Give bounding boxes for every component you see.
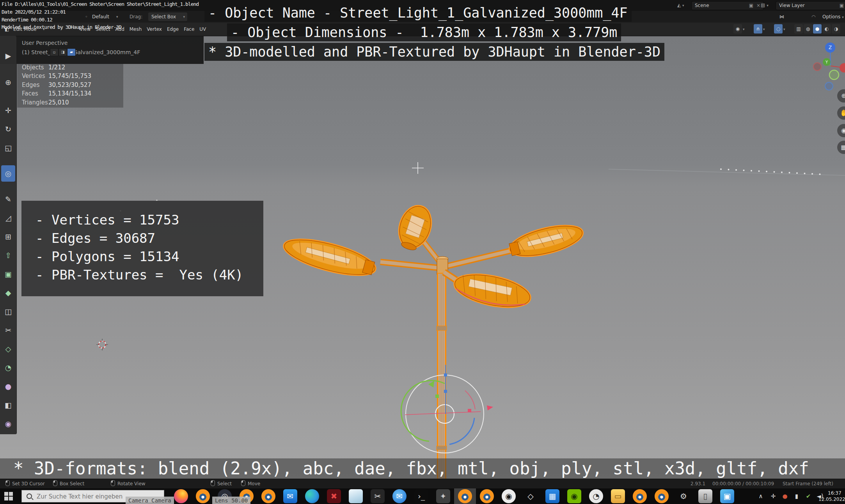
scene-type-icon[interactable]: ◭ ▾ (677, 1, 684, 10)
snipping-tool-app[interactable]: ✂ (367, 488, 389, 504)
crosshair-cursor (412, 162, 424, 174)
mail-app-icon: ✉ (283, 489, 297, 503)
bevel-tool[interactable]: ◆ (1, 285, 15, 301)
axis-neg-z[interactable] (825, 82, 833, 90)
stat-row: Faces15,134/15,134 (22, 89, 91, 98)
falloff-icon[interactable]: ◠ (811, 10, 815, 23)
blender-app[interactable] (257, 488, 279, 504)
mouse-icon (211, 480, 215, 486)
blender-app[interactable] (629, 488, 651, 504)
printer-3d-app[interactable]: ▯ (694, 488, 716, 504)
taskbar-clock[interactable]: 16:37 12.05.2022 (818, 490, 845, 502)
material-shading-button[interactable]: ◐ (822, 24, 831, 34)
inset-faces-tool[interactable]: ▣ (1, 266, 15, 282)
drag-mode-dropdown[interactable]: Select Box▾ (148, 12, 187, 21)
options-dropdown[interactable]: Options ▾ (822, 10, 844, 24)
knife-tool[interactable]: ✂ (1, 322, 15, 338)
axis-neg-y[interactable] (829, 70, 839, 80)
menu-uv[interactable]: UV (199, 27, 206, 32)
settings-gear-app-icon: ⚙ (676, 489, 691, 503)
shrink-fatten-tool[interactable]: ◉ (1, 416, 15, 432)
view-layer-icon[interactable]: ▤ ▾ (761, 1, 769, 10)
menu-face[interactable]: Face (184, 27, 194, 32)
add-cube-tool[interactable]: ⊞ (1, 228, 15, 245)
face-select-mode[interactable]: ▰ (67, 48, 76, 56)
view-layer-selector[interactable]: View Layer ▣ (776, 1, 845, 10)
stat-row: Objects1/212 (22, 63, 91, 72)
spin-tool[interactable]: ◔ (1, 359, 15, 376)
rotate-gizmo[interactable] (401, 365, 493, 453)
edge-slide-tool[interactable]: ◧ (1, 397, 15, 413)
blender-app[interactable] (192, 488, 214, 504)
start-button[interactable] (4, 492, 15, 502)
snap-toggle[interactable]: ∩ (754, 24, 762, 34)
visibility-dropdown[interactable]: ◉ (733, 24, 742, 34)
viewer-3d-app[interactable]: ◇ (520, 488, 541, 504)
measure-tool[interactable]: ◿ (1, 210, 15, 226)
clock-time: 16:37 (818, 490, 845, 496)
settings-gear-app[interactable]: ⚙ (673, 488, 694, 504)
file-explorer-app[interactable]: ▭ (607, 488, 629, 504)
poly-build-tool[interactable]: ◇ (1, 341, 15, 357)
mail-app[interactable]: ✉ (279, 488, 301, 504)
navigation-gizmo[interactable]: Z Y (810, 37, 845, 92)
menu-edge[interactable]: Edge (167, 27, 179, 32)
mail-blue-app[interactable]: ✉ (389, 488, 410, 504)
blender-app[interactable] (651, 488, 673, 504)
tray-security-icon[interactable]: ✔ (803, 488, 814, 504)
scale-tool[interactable]: ◱ (1, 140, 15, 156)
scene-close-icon[interactable]: × (756, 2, 760, 10)
loop-cut-tool[interactable]: ◫ (1, 303, 15, 320)
menu-mesh[interactable]: Mesh (130, 27, 142, 32)
preset-icon[interactable]: ◦ (85, 10, 88, 23)
panda-app[interactable]: ◉ (498, 488, 520, 504)
extrude-region-tool[interactable]: ⇧ (1, 247, 15, 263)
notes-app[interactable] (345, 488, 367, 504)
move-tool[interactable]: ✛ (1, 102, 15, 118)
transform-tool[interactable]: ◎ (1, 165, 15, 182)
menu-vertex[interactable]: Vertex (147, 27, 162, 32)
dial-app[interactable]: ◔ (585, 488, 607, 504)
tray-battery-icon[interactable]: ▮ (791, 488, 802, 504)
proportional-edit-toggle[interactable]: ◌ (774, 24, 783, 34)
screen-shoter-app[interactable]: ✦ (432, 488, 454, 504)
select-box-tool[interactable]: ▶ (1, 48, 15, 64)
preset-dropdown[interactable]: Default (92, 10, 109, 23)
edge-select-mode[interactable]: ◨ (59, 48, 67, 56)
perspective-label: User Perspective (22, 38, 140, 48)
cursor-3d-tool[interactable]: ⊕ (1, 74, 15, 90)
photos-app-icon: ▣ (720, 489, 734, 503)
nvidia-app[interactable]: ◉ (563, 488, 585, 504)
edge-app[interactable] (301, 488, 323, 504)
tray-color-icon[interactable]: ● (779, 488, 790, 504)
cursor-3d-marker (96, 339, 108, 350)
view-layer-copy-icon[interactable]: ▣ (840, 2, 844, 10)
axis-x[interactable] (840, 63, 845, 73)
stamp-rendertime-line: RenderTime 00:00.12 (2, 17, 52, 23)
calendar-app[interactable]: ▦ (541, 488, 563, 504)
blender-app[interactable] (476, 488, 498, 504)
stat-row: Edges30,523/30,527 (22, 81, 91, 89)
tray-chevron-icon[interactable]: ∧ (755, 488, 766, 504)
photos-app[interactable]: ▣ (716, 488, 738, 504)
tool-shelf: ▶⊕✛↻◱◎✎◿⊞⇧▣◆◫✂◇◔●◧◉ (0, 36, 17, 434)
annotate-tool[interactable]: ✎ (1, 191, 15, 207)
rendered-shading-button[interactable]: ◑ (832, 24, 840, 34)
blender-app[interactable] (454, 488, 476, 504)
solid-shading-button[interactable]: ● (813, 24, 822, 34)
terminal-app[interactable]: ›_ (410, 488, 432, 504)
svg-text:Z: Z (829, 45, 832, 50)
media-red-app[interactable]: ✖ (323, 488, 345, 504)
drag-label: Drag: (130, 10, 142, 23)
rotate-tool[interactable]: ↻ (1, 121, 15, 137)
scene-selector[interactable]: Scene ▣ × (691, 1, 764, 10)
scene-statistics: Objects1/212Vertices15,745/15,753Edges30… (22, 63, 91, 107)
smooth-tool[interactable]: ● (1, 378, 15, 394)
scene-copy-icon[interactable]: ▣ (749, 2, 753, 10)
xray-toggle[interactable]: ▥ (794, 24, 803, 34)
wireframe-shading-button[interactable]: ◍ (804, 24, 812, 34)
blender-version: 2.93.1 (691, 479, 705, 489)
axis-neg-x[interactable] (813, 63, 821, 71)
vertex-select-mode[interactable]: ▫ (50, 48, 59, 56)
tray-ink-icon[interactable]: ✛ (768, 488, 779, 504)
